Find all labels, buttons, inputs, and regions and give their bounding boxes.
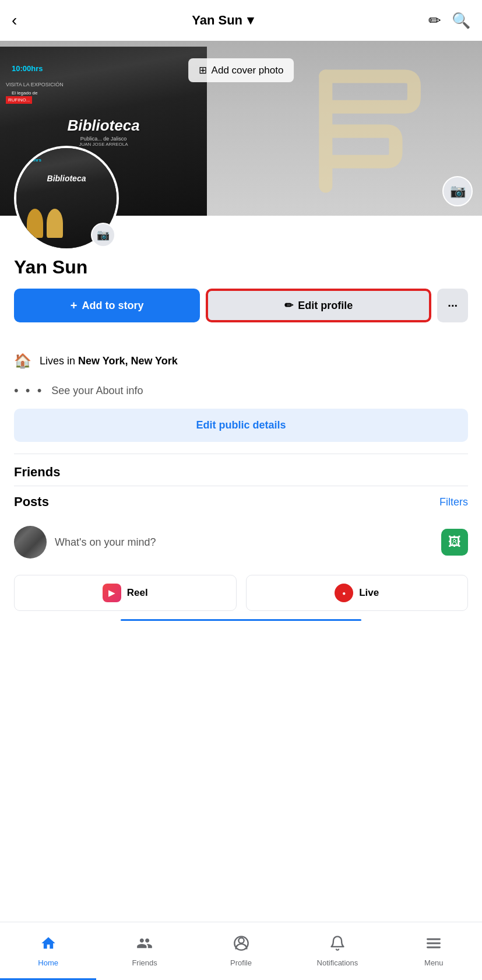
cover-camera-button[interactable]: 📷	[442, 176, 473, 206]
edit-public-label: Edit public details	[196, 419, 286, 431]
about-dots-icon: • • •	[14, 383, 43, 398]
menu-nav-icon	[425, 935, 442, 956]
friends-nav-label: Friends	[132, 958, 157, 967]
lives-in-prefix: Lives in	[40, 355, 75, 367]
profile-nav-label: Profile	[230, 958, 252, 967]
profile-camera-button[interactable]: 📷	[91, 223, 115, 247]
header-username: Yan Sun	[192, 13, 242, 28]
reel-label: Reel	[127, 587, 148, 599]
nav-item-home[interactable]: Home	[0, 922, 96, 980]
media-buttons-row: ▶ Reel ● Live	[0, 567, 482, 619]
about-info-label: See your About info	[51, 385, 143, 397]
create-post-row[interactable]: What's on your mind? 🖼	[0, 518, 482, 567]
header-actions: ✏ 🔍	[428, 12, 470, 30]
friends-nav-icon	[136, 935, 153, 956]
lives-in-row: 🏠 Lives in New York, New York	[0, 345, 482, 377]
action-buttons-group: + Add to story ✏ Edit profile ···	[14, 289, 468, 322]
cover-camera-icon: 📷	[450, 184, 466, 199]
menu-nav-label: Menu	[424, 958, 444, 967]
plus-icon: +	[71, 299, 78, 312]
notifications-nav-label: Notifications	[317, 958, 358, 967]
edit-icon[interactable]: ✏	[428, 12, 441, 30]
profile-nav-icon	[233, 935, 249, 956]
home-icon: 🏠	[14, 353, 31, 369]
lives-in-text: Lives in New York, New York	[40, 355, 178, 367]
home-nav-icon	[40, 935, 57, 956]
svg-point-0	[238, 938, 244, 943]
pencil-icon: ✏	[284, 299, 293, 312]
app-header: ‹ Yan Sun ▾ ✏ 🔍	[0, 0, 482, 41]
add-cover-icon: ⊞	[199, 64, 207, 76]
friends-section-title: Friends	[0, 454, 482, 486]
photo-icon: 🖼	[448, 535, 461, 550]
add-story-label: Add to story	[82, 300, 143, 312]
live-label: Live	[359, 587, 379, 599]
profile-picture-container: 10:00hrs Biblioteca 📷	[14, 146, 119, 251]
reel-button[interactable]: ▶ Reel	[14, 575, 237, 611]
more-options-button[interactable]: ···	[437, 289, 468, 322]
add-cover-photo-button[interactable]: ⊞ Add cover photo	[188, 58, 294, 82]
create-post-left: What's on your mind?	[14, 526, 156, 559]
cover-photo-area: 10:00hrs VISITA LA EXPOSICIÓN El legado …	[0, 41, 482, 216]
bottom-navigation: Home Friends Profile	[0, 922, 482, 980]
search-icon[interactable]: 🔍	[452, 12, 470, 30]
more-dots-icon: ···	[448, 299, 458, 312]
reel-active-indicator	[121, 619, 362, 621]
header-title-group[interactable]: Yan Sun ▾	[192, 13, 254, 28]
profile-camera-icon: 📷	[97, 229, 110, 241]
dropdown-chevron-icon[interactable]: ▾	[247, 13, 254, 28]
edit-profile-label: Edit profile	[298, 300, 353, 312]
nav-item-profile[interactable]: Profile	[193, 922, 289, 980]
edit-public-details-button[interactable]: Edit public details	[14, 409, 468, 442]
filters-link[interactable]: Filters	[439, 496, 468, 508]
posts-section-title: Posts	[14, 494, 49, 510]
add-cover-label: Add cover photo	[212, 65, 284, 76]
profile-name: Yan Sun	[14, 257, 468, 278]
home-nav-label: Home	[38, 958, 58, 967]
live-button[interactable]: ● Live	[246, 575, 469, 611]
edit-profile-button[interactable]: ✏ Edit profile	[206, 289, 431, 322]
back-button[interactable]: ‹	[12, 11, 17, 30]
nav-item-menu[interactable]: Menu	[386, 922, 482, 980]
notifications-nav-icon	[329, 935, 346, 956]
cover-decoration	[301, 64, 435, 201]
about-info-row[interactable]: • • • See your About info	[0, 377, 482, 409]
reel-icon: ▶	[103, 584, 121, 602]
nav-item-friends[interactable]: Friends	[96, 922, 192, 980]
photo-upload-button[interactable]: 🖼	[441, 529, 468, 556]
live-icon: ●	[335, 584, 353, 602]
location-text: New York, New York	[78, 355, 178, 367]
nav-item-notifications[interactable]: Notifications	[289, 922, 385, 980]
add-to-story-button[interactable]: + Add to story	[14, 289, 200, 322]
mini-avatar	[14, 526, 47, 559]
whats-on-mind-text: What's on your mind?	[55, 536, 156, 549]
posts-section-header: Posts Filters	[0, 486, 482, 518]
